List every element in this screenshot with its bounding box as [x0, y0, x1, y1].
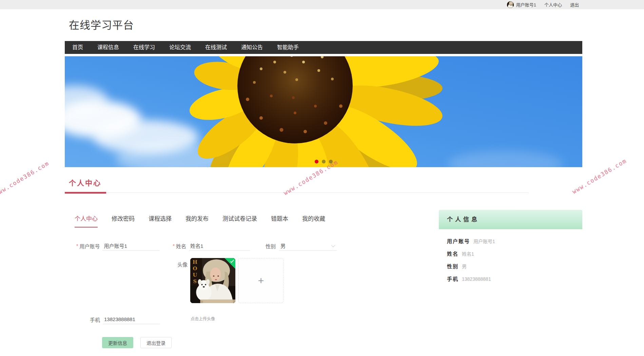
- tab-course-selection[interactable]: 课程选择: [149, 214, 172, 228]
- info-row-account: 用户账号 用户账号1: [447, 238, 574, 245]
- nav-item-assistant[interactable]: 智能助手: [277, 41, 299, 54]
- topbar-user[interactable]: 用户账号1: [507, 1, 536, 8]
- section-title: 个人中心: [69, 177, 582, 187]
- avatar-label: 头像: [65, 258, 188, 268]
- tab-my-posts[interactable]: 我的发布: [186, 214, 209, 228]
- info-row-name: 姓名 姓名1: [447, 250, 574, 258]
- main-container: 首页 课程信息 在线学习 论坛交流 在线测试 通知公告 智能助手: [65, 41, 582, 348]
- required-mark: *: [76, 243, 78, 249]
- nav-item-notices[interactable]: 通知公告: [241, 41, 263, 54]
- sunflower-banner-image: [65, 56, 582, 167]
- topbar-logout-link[interactable]: 退出: [570, 1, 579, 8]
- phone-input[interactable]: [103, 315, 160, 324]
- gender-label: 性别: [266, 242, 276, 250]
- topbar-profile-link[interactable]: 个人中心: [544, 1, 562, 8]
- carousel-dot-3[interactable]: [329, 160, 333, 163]
- info-panel-title: 个人信息: [439, 210, 582, 229]
- personal-info-panel: 个人信息 用户账号 用户账号1 姓名 姓名1 性别 男 手机 138238888…: [439, 210, 582, 288]
- profile-tabs: 个人中心 修改密码 课程选择 我的发布 测试试卷记录 错题本 我的收藏: [65, 210, 439, 228]
- section-heading: 个人中心: [65, 177, 582, 194]
- tab-wrong-questions[interactable]: 错题本: [271, 214, 288, 228]
- site-title: 在线学习平台: [69, 17, 644, 32]
- name-input[interactable]: [189, 241, 250, 251]
- nav-item-forum[interactable]: 论坛交流: [169, 41, 191, 54]
- section-divider: [65, 192, 582, 194]
- info-value: 用户账号1: [473, 238, 495, 245]
- account-label: 用户账号: [79, 242, 100, 250]
- divider-accent-bar: [65, 192, 106, 194]
- profile-form-area: 个人中心 修改密码 课程选择 我的发布 测试试卷记录 错题本 我的收藏 * 用户…: [65, 210, 439, 348]
- info-row-phone: 手机 13823888881: [447, 275, 574, 283]
- info-label: 姓名: [447, 250, 458, 258]
- carousel-dots: [65, 160, 582, 163]
- watermark: www.code386.com: [0, 160, 50, 198]
- phone-label: 手机: [90, 316, 100, 323]
- plus-icon: +: [258, 276, 264, 286]
- info-label: 用户账号: [447, 238, 470, 245]
- nav-item-courses[interactable]: 课程信息: [97, 41, 119, 54]
- user-avatar: [507, 1, 514, 8]
- nav-item-online-test[interactable]: 在线测试: [205, 41, 227, 54]
- tab-test-records[interactable]: 测试试卷记录: [222, 214, 257, 228]
- main-nav: 首页 课程信息 在线学习 论坛交流 在线测试 通知公告 智能助手: [65, 41, 582, 54]
- topbar-username[interactable]: 用户账号1: [516, 1, 536, 8]
- account-input[interactable]: [102, 241, 159, 251]
- topbar: 用户账号1 个人中心 退出: [0, 0, 644, 9]
- nav-item-home[interactable]: 首页: [72, 41, 83, 54]
- info-value: 姓名1: [462, 250, 474, 258]
- logout-button[interactable]: 退出登录: [140, 337, 172, 348]
- carousel-dot-2[interactable]: [322, 160, 326, 163]
- name-label: 姓名: [176, 242, 186, 250]
- tab-change-password[interactable]: 修改密码: [112, 214, 135, 228]
- update-info-button[interactable]: 更新信息: [102, 337, 133, 348]
- banner-carousel: [65, 56, 582, 167]
- info-label: 性别: [447, 263, 458, 270]
- info-value: 13823888881: [462, 275, 491, 283]
- tab-my-favorites[interactable]: 我的收藏: [302, 214, 325, 228]
- divider-line: [65, 193, 529, 193]
- gender-value: 男: [280, 242, 286, 249]
- info-label: 手机: [447, 275, 458, 283]
- nav-item-online-learning[interactable]: 在线学习: [133, 41, 155, 54]
- carousel-dot-1[interactable]: [315, 160, 318, 163]
- info-value: 男: [462, 263, 467, 270]
- tab-personal-center[interactable]: 个人中心: [75, 214, 98, 228]
- gender-select[interactable]: 男: [279, 241, 337, 251]
- required-mark: *: [173, 243, 174, 249]
- profile-form: * 用户账号 * 姓名 性别 男: [65, 241, 439, 348]
- info-row-gender: 性别 男: [447, 263, 574, 270]
- avatar-upload-button[interactable]: +: [238, 258, 284, 303]
- avatar-image[interactable]: HOUS: [190, 258, 235, 303]
- upload-hint: 点击上传头像: [191, 316, 215, 324]
- avatar-photo-text: HOUS: [192, 259, 198, 285]
- chevron-down-icon: [331, 243, 335, 247]
